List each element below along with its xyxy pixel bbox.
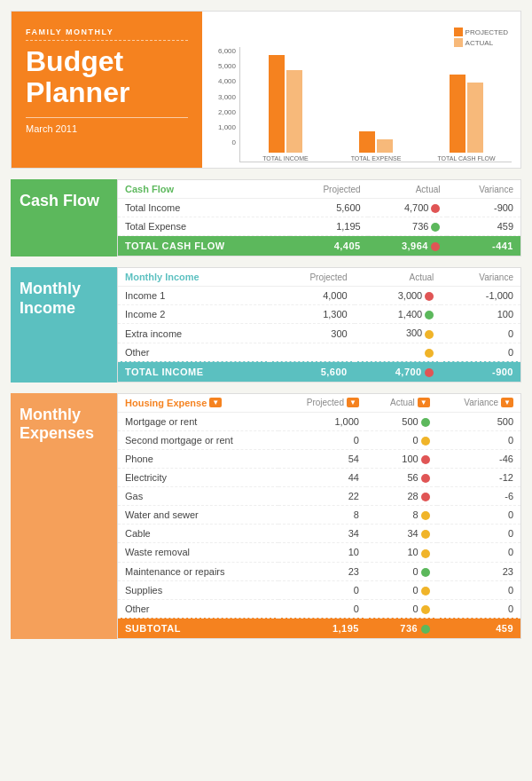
me-col-name-dropdown: Housing Expense ▼	[125, 398, 271, 408]
table-row: Income 1 4,000 3,000 -1,000	[118, 287, 520, 305]
total-label: TOTAL INCOME	[118, 361, 270, 382]
cf-col-name: Cash Flow	[118, 180, 290, 199]
row-variance: -6	[437, 487, 520, 506]
row-projected: 10	[278, 543, 366, 562]
table-row: Extra income 300 300 0	[118, 324, 520, 343]
table-row: Mortgage or rent 1,000 500 500	[118, 412, 520, 430]
table-row: Gas 22 28 -6	[118, 487, 520, 506]
family-label: FAMILY MONTHLY	[26, 28, 188, 41]
total-row: TOTAL CASH FLOW 4,405 3,964 -441	[118, 236, 520, 256]
projected-dropdown[interactable]: ▼	[347, 398, 359, 407]
me-variance-dropdown: Variance ▼	[444, 398, 513, 407]
monthly-income-section: Monthly Income Monthly Income Projected …	[11, 267, 521, 382]
header-chart: 0 1,000 2,000 3,000 4,000 5,000 6,000 TO…	[202, 12, 520, 168]
row-projected: 0	[278, 599, 366, 618]
indicator-red	[421, 493, 430, 501]
table-row: Maintenance or repairs 23 0 23	[118, 562, 520, 580]
table-row: Other 0	[118, 343, 520, 361]
row-name: Phone	[118, 449, 278, 468]
row-name: Total Income	[118, 199, 290, 217]
indicator-red	[425, 292, 434, 301]
indicator-green	[421, 418, 430, 427]
mi-col-projected: Projected	[270, 268, 354, 287]
row-variance: 459	[447, 217, 520, 236]
bar-expense-actual	[377, 139, 393, 153]
app-title: Budget Planner	[26, 46, 188, 108]
chart-group-cashflow: TOTAL CASH FLOW	[426, 48, 506, 162]
chart-legend: PROJECTED ACTUAL	[454, 28, 508, 49]
bar-expense-projected	[359, 131, 375, 153]
chart-bars: TOTAL INCOME TOTAL EXPENSE TOT	[239, 47, 512, 162]
indicator-yellow	[421, 605, 430, 614]
chart-group-expense: TOTAL EXPENSE	[336, 48, 416, 162]
row-name: Total Expense	[118, 217, 290, 236]
table-row: Other 0 0 0	[118, 599, 520, 618]
total-label: SUBTOTAL	[118, 618, 278, 638]
row-actual: 4,700	[368, 199, 448, 217]
row-variance: -1,000	[441, 287, 520, 305]
row-actual: 0	[366, 599, 437, 618]
monthly-expenses-table: Housing Expense ▼ Projected ▼ Actual	[117, 393, 521, 639]
row-projected: 4,000	[270, 287, 354, 305]
row-name: Waste removal	[118, 543, 278, 562]
total-variance: 459	[437, 618, 520, 638]
me-col-actual: Actual ▼	[366, 394, 437, 413]
me-header-row: Housing Expense ▼ Projected ▼ Actual	[118, 394, 520, 413]
row-projected: 44	[278, 469, 366, 487]
row-actual: 0	[366, 580, 437, 599]
cf-col-variance: Variance	[447, 180, 520, 199]
housing-expense-dropdown[interactable]: ▼	[209, 398, 222, 407]
indicator-yellow	[421, 587, 430, 596]
indicator-green	[431, 223, 440, 232]
y-label-6000: 6,000	[211, 47, 236, 55]
row-actual: 0	[366, 430, 437, 449]
row-variance: -12	[437, 469, 520, 487]
variance-dropdown[interactable]: ▼	[501, 398, 513, 407]
me-col-name: Housing Expense ▼	[118, 394, 278, 413]
cash-flow-label: Cash Flow	[11, 179, 117, 256]
y-axis: 0 1,000 2,000 3,000 4,000 5,000 6,000	[211, 47, 236, 162]
row-name: Water and sewer	[118, 506, 278, 525]
total-actual: 4,700	[355, 361, 442, 382]
table-row: Water and sewer 8 8 0	[118, 506, 520, 525]
legend-projected: PROJECTED	[454, 28, 508, 36]
row-name: Mortgage or rent	[118, 412, 278, 430]
row-actual: 100	[366, 449, 437, 468]
indicator-green	[425, 311, 434, 320]
bar-chart: 0 1,000 2,000 3,000 4,000 5,000 6,000 TO…	[211, 20, 512, 162]
monthly-expenses-label: Monthly Expenses	[11, 393, 117, 639]
table-row: Income 2 1,300 1,400 100	[118, 305, 520, 324]
row-variance: -46	[437, 449, 520, 468]
bar-pair-income	[269, 48, 302, 153]
chart-label-income: TOTAL INCOME	[262, 155, 309, 162]
indicator-yellow	[421, 437, 430, 446]
row-variance: 0	[441, 324, 520, 343]
table-row: Total Income 5,600 4,700 -900	[118, 199, 520, 217]
header-left: FAMILY MONTHLY Budget Planner March 2011	[12, 12, 202, 168]
indicator-green	[421, 625, 430, 634]
row-projected: 1,000	[278, 412, 366, 430]
table-row: Total Expense 1,195 736 459	[118, 217, 520, 236]
bar-pair-cashflow	[450, 48, 483, 153]
row-projected: 300	[270, 324, 354, 343]
indicator-red	[421, 474, 430, 483]
actual-dropdown[interactable]: ▼	[418, 398, 430, 407]
me-actual-dropdown: Actual ▼	[373, 398, 430, 407]
total-variance: -441	[447, 236, 520, 256]
legend-projected-label: PROJECTED	[466, 28, 508, 36]
row-variance: 100	[441, 305, 520, 324]
y-label-4000: 4,000	[211, 77, 236, 85]
row-projected: 34	[278, 525, 366, 543]
row-actual: 736	[368, 217, 448, 236]
row-name: Gas	[118, 487, 278, 506]
indicator-red	[431, 204, 440, 213]
row-actual: 34	[366, 525, 437, 543]
row-actual: 3,000	[355, 287, 442, 305]
total-projected: 4,405	[290, 236, 368, 256]
bar-cashflow-projected	[450, 75, 466, 153]
mi-col-variance: Variance	[441, 268, 520, 287]
row-projected: 22	[278, 487, 366, 506]
cash-flow-section: Cash Flow Cash Flow Projected Actual Var…	[11, 179, 521, 256]
legend-actual: ACTUAL	[454, 38, 508, 47]
row-variance: 0	[437, 543, 520, 562]
